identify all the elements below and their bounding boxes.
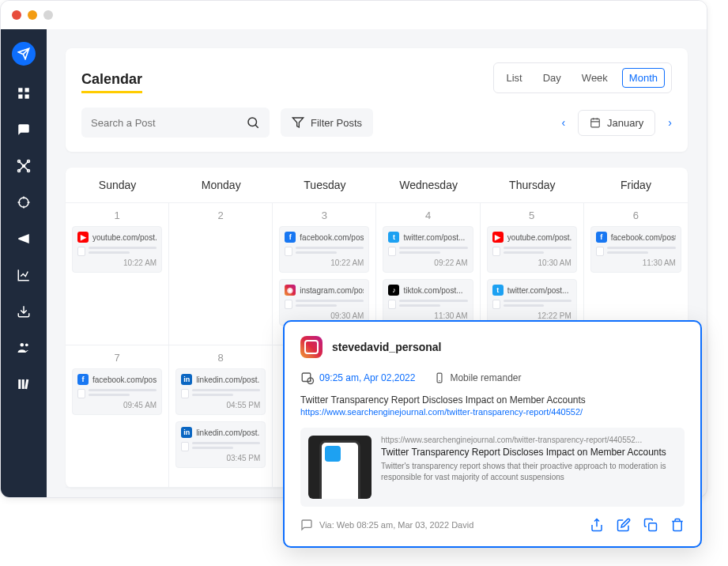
day-header: Sunday — [66, 168, 169, 202]
team-icon[interactable] — [15, 339, 32, 357]
svg-point-15 — [248, 118, 257, 126]
search-input[interactable] — [91, 117, 246, 129]
target-icon[interactable] — [15, 194, 32, 211]
search-icon — [246, 115, 260, 130]
next-month[interactable]: › — [668, 116, 672, 129]
comment-icon — [300, 519, 313, 531]
network-icon[interactable] — [15, 157, 32, 175]
dashboard-icon[interactable] — [15, 85, 32, 102]
nav-arrow-icon[interactable] — [12, 42, 36, 66]
post-card[interactable]: ffacebook.com/post...10:22 AM — [279, 226, 369, 273]
post-time: 04:55 PM — [181, 401, 260, 409]
minimize-dot[interactable] — [28, 10, 37, 20]
analytics-icon[interactable] — [15, 266, 32, 284]
day-header: Tuesday — [273, 168, 376, 202]
filter-label: Filter Posts — [311, 117, 362, 129]
calendar-cell[interactable]: 8inlinkedin.com/post...04:55 PMinlinkedi… — [169, 345, 273, 488]
day-number: 4 — [383, 209, 473, 221]
day-number: 1 — [72, 209, 162, 221]
svg-rect-19 — [438, 373, 443, 383]
calendar-cell[interactable]: 2 — [169, 203, 273, 345]
popup-username: stevedavid_personal — [332, 341, 442, 353]
post-card[interactable]: ◉instagram.com/post.09:30 AM — [279, 279, 369, 326]
post-card[interactable]: inlinkedin.com/post...03:45 PM — [175, 421, 266, 468]
mobile-icon — [434, 372, 445, 383]
li-icon: in — [181, 427, 192, 438]
svg-rect-20 — [649, 523, 657, 531]
post-time: 10:30 AM — [492, 258, 571, 267]
popup-datetime: 09:25 am, Apr 02,2022 — [319, 372, 415, 383]
view-list[interactable]: List — [500, 69, 529, 87]
delete-icon[interactable] — [670, 518, 685, 532]
post-time: 12:22 PM — [492, 311, 571, 320]
share-icon[interactable] — [590, 518, 604, 532]
post-url: facebook.com/post... — [92, 375, 157, 384]
schedule-icon — [300, 371, 315, 385]
popup-link[interactable]: https://www.searchenginejournal.com/twit… — [300, 407, 685, 417]
close-dot[interactable] — [12, 10, 21, 20]
instagram-icon — [300, 336, 323, 358]
post-url: instagram.com/post. — [300, 286, 364, 295]
view-day[interactable]: Day — [537, 69, 568, 87]
svg-point-11 — [25, 343, 28, 346]
chat-icon[interactable] — [15, 121, 32, 138]
post-card[interactable]: ttwitter.com/post...12:22 PM — [487, 279, 577, 326]
search-box[interactable] — [81, 108, 270, 138]
post-url: youtube.com/post... — [92, 233, 157, 242]
sidebar — [1, 29, 47, 497]
svg-rect-3 — [25, 95, 29, 99]
post-time: 09:30 AM — [285, 311, 364, 320]
svg-point-10 — [21, 343, 25, 347]
preview-url: https://www.searchenginejournal.com/twit… — [381, 436, 677, 444]
copy-icon[interactable] — [643, 518, 658, 532]
preview-title: Twitter Transparency Report Discloses Im… — [381, 447, 677, 458]
post-detail-popup: stevedavid_personal 09:25 am, Apr 02,202… — [283, 320, 702, 548]
post-time: 10:22 AM — [77, 258, 157, 267]
day-number: 6 — [590, 209, 681, 221]
calendar-cell[interactable]: 7ffacebook.com/post...09:45 AM — [66, 345, 169, 488]
post-card[interactable]: ▶youtube.com/post...10:22 AM — [72, 226, 162, 273]
post-card[interactable]: ffacebook.com/post...09:45 AM — [72, 368, 162, 415]
post-url: facebook.com/post... — [300, 233, 364, 242]
view-month[interactable]: Month — [622, 68, 665, 88]
download-icon[interactable] — [15, 303, 32, 320]
month-label: January — [607, 117, 643, 129]
filter-icon — [292, 116, 304, 129]
view-week[interactable]: Week — [575, 69, 614, 87]
post-card[interactable]: ttwitter.com/post...09:22 AM — [383, 226, 473, 273]
library-icon[interactable] — [15, 375, 32, 393]
tw-icon: t — [492, 285, 504, 296]
svg-point-9 — [19, 198, 28, 207]
post-url: linkedin.com/post... — [196, 428, 260, 437]
post-card[interactable]: ffacebook.com/post...11:30 AM — [590, 226, 681, 273]
link-preview[interactable]: https://www.searchenginejournal.com/twit… — [300, 428, 685, 507]
post-time: 11:30 AM — [388, 311, 467, 320]
preview-desc: Twitter's transparency report shows that… — [381, 461, 677, 483]
post-time: 10:22 AM — [285, 258, 364, 267]
day-header: Friday — [584, 168, 688, 202]
prev-month[interactable]: ‹ — [561, 116, 565, 129]
li-icon: in — [181, 374, 192, 385]
month-nav: ‹ January › — [561, 110, 672, 136]
day-number: 2 — [175, 209, 266, 221]
post-card[interactable]: ▶youtube.com/post...10:30 AM — [487, 226, 577, 273]
fb-icon: f — [285, 232, 296, 243]
post-card[interactable]: ♪tiktok.com/post...11:30 AM — [383, 279, 473, 326]
tw-icon: t — [388, 232, 399, 243]
svg-rect-16 — [591, 119, 600, 127]
calendar-icon — [590, 117, 601, 128]
post-time: 11:30 AM — [596, 258, 676, 267]
maximize-dot[interactable] — [43, 10, 53, 20]
calendar-cell[interactable]: 1▶youtube.com/post...10:22 AM — [66, 203, 169, 345]
month-selector[interactable]: January — [578, 110, 655, 136]
edit-icon[interactable] — [617, 518, 631, 532]
day-number: 7 — [72, 352, 162, 364]
yt-icon: ▶ — [77, 232, 89, 243]
post-time: 03:45 PM — [181, 454, 260, 462]
svg-rect-1 — [25, 88, 29, 92]
day-header: Thursday — [481, 168, 584, 202]
megaphone-icon[interactable] — [15, 230, 32, 247]
svg-rect-13 — [22, 379, 25, 389]
post-card[interactable]: inlinkedin.com/post...04:55 PM — [175, 368, 266, 415]
filter-button[interactable]: Filter Posts — [281, 108, 373, 137]
